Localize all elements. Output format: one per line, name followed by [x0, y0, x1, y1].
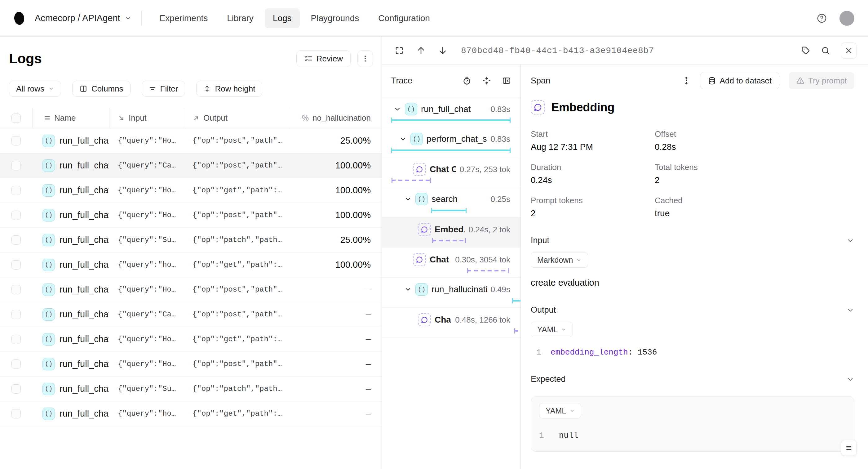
input-format-dropdown[interactable]: Markdown	[531, 252, 588, 268]
row-score: –	[288, 309, 382, 320]
row-checkbox[interactable]	[11, 186, 21, 195]
row-checkbox[interactable]	[11, 310, 21, 319]
trace-span-row-selected[interactable]: Embed… 0.24s, 2 tok	[382, 217, 521, 247]
expected-value-box: YAML 1 null	[531, 397, 855, 451]
row-name: run_full_chat	[60, 136, 109, 146]
tab-configuration[interactable]: Configuration	[370, 8, 438, 28]
rows-filter-label: All rows	[16, 84, 44, 94]
table-row[interactable]: ()run_full_chat{"query":"Ho…{"op":"get",…	[0, 178, 382, 203]
row-checkbox[interactable]	[11, 335, 21, 344]
page-title: Logs	[9, 51, 42, 67]
yaml-value: : 1536	[628, 348, 657, 357]
table-row[interactable]: ()run_full_chat{"query":"Ho…{"op":"post"…	[0, 352, 382, 377]
input-content: create evaluation	[531, 277, 855, 288]
tab-library[interactable]: Library	[219, 8, 261, 28]
row-checkbox[interactable]	[11, 235, 21, 245]
trace-span-row[interactable]: Chat … 0.30s, 3054 tok	[382, 247, 521, 277]
trace-span-row[interactable]: Cha… 0.48s, 1266 tok	[382, 308, 521, 338]
table-row[interactable]: ()run_full_chat{"query":"Su…{"op":"patch…	[0, 228, 382, 253]
tab-playgrounds[interactable]: Playgrounds	[303, 8, 367, 28]
close-panel-button[interactable]	[841, 42, 857, 59]
column-header-input[interactable]: Input	[109, 108, 184, 128]
tab-experiments[interactable]: Experiments	[152, 8, 216, 28]
span-timeline-bar	[431, 208, 467, 213]
table-row[interactable]: ()run_full_chat{"query":"Ca…{"op":"post"…	[0, 153, 382, 178]
help-button[interactable]	[816, 13, 827, 24]
database-icon	[708, 77, 716, 85]
rows-filter-dropdown[interactable]: All rows	[9, 81, 61, 97]
collapse-spans-button[interactable]	[482, 76, 491, 85]
more-options-button[interactable]	[358, 50, 373, 67]
add-to-dataset-button[interactable]: Add to dataset	[700, 72, 780, 89]
row-name: run_full_chat	[60, 210, 109, 220]
brand-logo	[13, 11, 25, 25]
row-score: 100.00%	[288, 210, 382, 220]
trace-span-row[interactable]: Chat C… 0.27s, 253 tok	[382, 157, 521, 187]
chevron-down-icon[interactable]	[394, 106, 401, 113]
try-prompt-button[interactable]: Try prompt	[788, 72, 855, 89]
row-checkbox[interactable]	[11, 384, 21, 393]
previous-row-button[interactable]	[416, 46, 426, 55]
tab-logs[interactable]: Logs	[265, 8, 300, 28]
row-checkbox[interactable]	[11, 409, 21, 418]
review-button[interactable]: Review	[297, 50, 351, 67]
row-checkbox[interactable]	[11, 260, 21, 269]
table-row[interactable]: ()run_full_chat{"query":"Ho…{"op":"post"…	[0, 128, 382, 153]
avatar[interactable]	[839, 11, 855, 26]
column-header-output[interactable]: Output	[184, 108, 288, 128]
table-toolbar: All rows Columns Filter	[0, 67, 382, 97]
trace-span-row[interactable]: () run_hallucinati… 0.49s	[382, 277, 521, 308]
collapse-panel-button[interactable]	[502, 76, 511, 85]
expected-section-header[interactable]: Expected	[531, 374, 855, 384]
output-section-header[interactable]: Output	[531, 305, 855, 315]
column-header-no-hallucination[interactable]: % no_hallucination	[288, 108, 382, 128]
table-row[interactable]: ()run_full_chat{"query":"Ho…{"op":"post"…	[0, 277, 382, 302]
expand-trace-button[interactable]	[395, 46, 404, 55]
trace-span-row[interactable]: () search 0.25s	[382, 187, 521, 217]
llm-span-icon	[418, 313, 431, 326]
row-height-button[interactable]: Row height	[196, 81, 262, 97]
tag-button[interactable]	[801, 46, 810, 55]
table-row[interactable]: ()run_full_chat{"query":"ho…{"op":"get",…	[0, 401, 382, 426]
columns-button[interactable]: Columns	[72, 81, 130, 97]
chevron-down-icon[interactable]	[399, 135, 407, 143]
row-checkbox[interactable]	[11, 359, 21, 369]
filter-button[interactable]: Filter	[142, 81, 185, 97]
row-name: run_full_chat	[60, 285, 109, 295]
function-span-icon: ()	[42, 209, 55, 222]
row-input: {"query":"Ca…	[109, 310, 184, 319]
row-checkbox[interactable]	[11, 211, 21, 220]
row-output: {"op":"post","path"…	[184, 161, 288, 170]
resize-panel-button[interactable]	[682, 76, 691, 85]
row-checkbox[interactable]	[11, 136, 21, 145]
next-row-button[interactable]	[438, 46, 447, 55]
select-all-checkbox[interactable]	[11, 114, 21, 123]
line-number: 1	[539, 431, 559, 440]
project-selector[interactable]: Acmecorp / APIAgent	[35, 13, 131, 23]
output-format-dropdown[interactable]: YAML	[531, 322, 573, 337]
input-section-header[interactable]: Input	[531, 236, 855, 245]
trace-span-row[interactable]: () run_full_chat 0.83s	[382, 97, 521, 127]
row-checkbox[interactable]	[11, 285, 21, 294]
expected-format-dropdown[interactable]: YAML	[539, 403, 581, 418]
trace-span-row[interactable]: () perform_chat_st… 0.83s	[382, 127, 521, 157]
span-label: Embed…	[435, 225, 465, 235]
yaml-key: embedding_length	[551, 348, 628, 357]
table-row[interactable]: ()run_full_chat{"query":"Ho…{"op":"get",…	[0, 327, 382, 352]
section-title: Input	[531, 236, 549, 245]
search-button[interactable]	[821, 46, 830, 55]
outline-menu-button[interactable]	[841, 440, 857, 456]
table-row[interactable]: ()run_full_chat{"query":"Ca…{"op":"post"…	[0, 302, 382, 327]
field-cached: Cachedtrue	[655, 196, 855, 218]
row-output: {"op":"patch","path…	[184, 385, 288, 393]
row-checkbox[interactable]	[11, 161, 21, 170]
column-header-name[interactable]: Name	[32, 108, 109, 128]
table-row[interactable]: ()run_full_chat{"query":"Ho…{"op":"post"…	[0, 203, 382, 228]
table-row[interactable]: ()run_full_chat{"query":"ho…{"op":"get",…	[0, 253, 382, 277]
chevron-down-icon[interactable]	[404, 286, 412, 293]
timing-toggle-button[interactable]	[462, 76, 471, 85]
span-duration: 0.83s	[490, 134, 510, 144]
function-span-icon: ()	[415, 193, 428, 205]
table-row[interactable]: ()run_full_chat{"query":"Su…{"op":"patch…	[0, 377, 382, 401]
chevron-down-icon[interactable]	[404, 196, 412, 203]
